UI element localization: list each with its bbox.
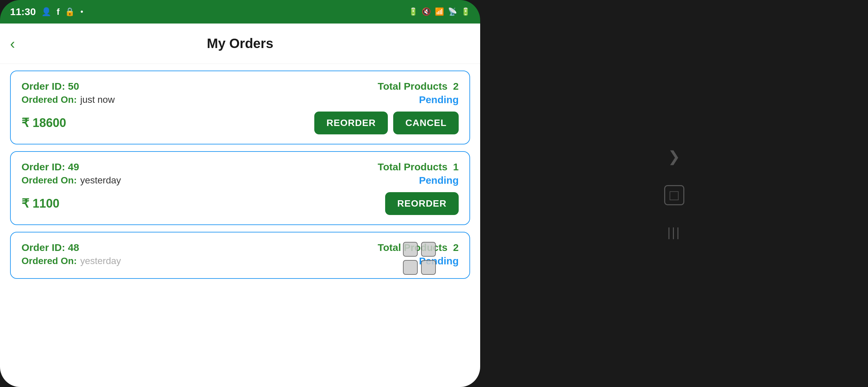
overlay-icon-3 xyxy=(403,260,418,275)
status-left: 11:30 👤 f 🔒 • xyxy=(10,6,83,18)
ordered-on-label-49: Ordered On: xyxy=(22,175,77,186)
reorder-button-49[interactable]: REORDER xyxy=(385,192,459,215)
order-date-group-50: Ordered On: just now xyxy=(22,94,115,105)
order-amount-49: ₹ 1100 xyxy=(22,197,59,211)
wifi-icon: 📶 xyxy=(435,7,444,16)
status-right: 🔋 🔇 📶 📡 🔋 xyxy=(409,7,470,16)
order-id-49: Order ID: 49 xyxy=(22,161,79,173)
order-date-group-49: Ordered On: yesterday xyxy=(22,175,121,186)
order-date-row-49: Ordered On: yesterday Pending xyxy=(22,175,459,186)
overlay-icon-2 xyxy=(421,242,436,257)
order-card-50: Order ID: 50 Total Products 2 Ordered On… xyxy=(10,70,470,145)
side-square-button[interactable]: □ xyxy=(664,185,684,205)
order-card-49: Order ID: 49 Total Products 1 Ordered On… xyxy=(10,151,470,225)
cancel-button-50[interactable]: CANCEL xyxy=(393,112,459,135)
status-badge-50: Pending xyxy=(419,94,459,106)
order-card-48: Order ID: 48 Total Products 2 Ordered On… xyxy=(10,232,470,279)
order-date-row-48: Ordered On: yesterday Pending xyxy=(22,255,459,267)
order-actions-49: REORDER xyxy=(385,192,459,215)
status-time: 11:30 xyxy=(10,6,36,18)
mute-icon: 🔇 xyxy=(422,7,431,16)
total-products-50: Total Products 2 xyxy=(378,81,459,92)
orders-list: Order ID: 50 Total Products 2 Ordered On… xyxy=(0,64,480,387)
order-actions-50: REORDER CANCEL xyxy=(314,112,459,135)
ordered-on-value-49: yesterday xyxy=(80,175,121,186)
person-icon: 👤 xyxy=(41,7,51,17)
overlay-icon-1 xyxy=(403,242,418,257)
side-chevron-back[interactable]: ❯ xyxy=(668,148,680,165)
status-bar: 11:30 👤 f 🔒 • 🔋 🔇 📶 📡 🔋 xyxy=(0,0,480,24)
ordered-on-label-50: Ordered On: xyxy=(22,94,77,105)
order-card-header-50: Order ID: 50 Total Products 2 xyxy=(22,81,459,92)
dot-icon: • xyxy=(80,7,83,17)
side-bars-button[interactable]: ||| xyxy=(667,226,681,240)
order-amount-50: ₹ 18600 xyxy=(22,116,66,130)
ordered-on-value-48: yesterday xyxy=(80,256,121,266)
order-footer-49: ₹ 1100 REORDER xyxy=(22,192,459,215)
order-date-row-50: Ordered On: just now Pending xyxy=(22,94,459,106)
status-badge-49: Pending xyxy=(419,175,459,186)
order-id-50: Order ID: 50 xyxy=(22,81,79,92)
total-products-49: Total Products 1 xyxy=(378,161,459,173)
overlay-icon-4 xyxy=(421,260,436,275)
side-area: ❯ □ ||| xyxy=(480,0,868,387)
order-footer-50: ₹ 18600 REORDER CANCEL xyxy=(22,112,459,135)
order-card-header-49: Order ID: 49 Total Products 1 xyxy=(22,161,459,173)
page-header: ‹ My Orders xyxy=(0,24,480,64)
ordered-on-label-48: Ordered On: xyxy=(22,256,77,266)
overlay-icons xyxy=(403,242,436,275)
app-screen: ‹ My Orders Order ID: 50 Total Products … xyxy=(0,24,480,387)
ordered-on-value-50: just now xyxy=(80,94,115,105)
battery-icon: 🔋 xyxy=(461,7,470,16)
order-card-header-48: Order ID: 48 Total Products 2 xyxy=(22,242,459,253)
signal-icon: 📡 xyxy=(448,7,457,16)
order-id-48: Order ID: 48 xyxy=(22,242,79,253)
back-button[interactable]: ‹ xyxy=(10,36,15,51)
page-title: My Orders xyxy=(207,36,273,51)
phone-frame: 11:30 👤 f 🔒 • 🔋 🔇 📶 📡 🔋 ‹ My Orders xyxy=(0,0,480,387)
order-date-group-48: Ordered On: yesterday xyxy=(22,256,121,266)
lock-icon: 🔒 xyxy=(65,7,75,17)
battery-alert-icon: 🔋 xyxy=(409,7,418,16)
facebook-icon: f xyxy=(57,7,60,17)
reorder-button-50[interactable]: REORDER xyxy=(314,112,388,135)
